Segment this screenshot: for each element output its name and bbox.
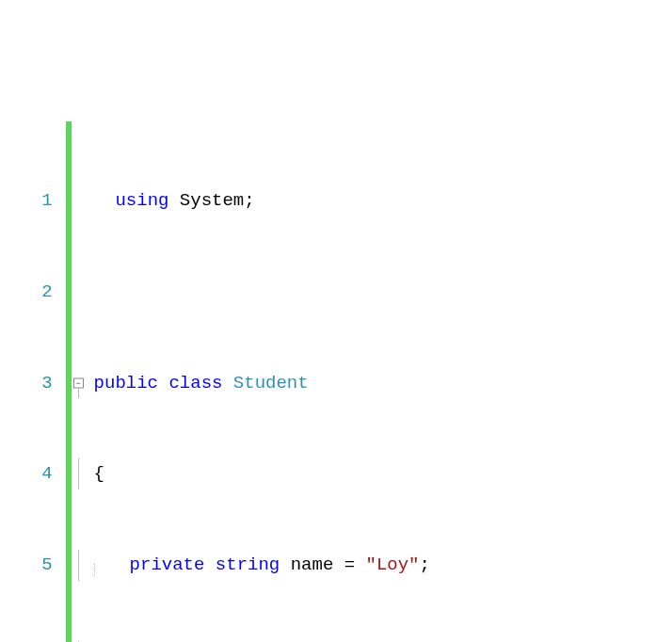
- line-number: 2: [9, 277, 53, 307]
- code-line: public class Student: [92, 368, 531, 398]
- code-editor: 1 2 3 4 5 6 7 8 9 10 11 12 13 14 15 16 1…: [0, 121, 672, 642]
- code-area[interactable]: using System; public class Student { pri…: [88, 121, 531, 642]
- line-number: 3: [9, 368, 53, 398]
- line-number: 1: [9, 185, 53, 216]
- code-line: [92, 277, 531, 307]
- folding-gutter: − − − −: [72, 121, 88, 642]
- fold-toggle-icon[interactable]: −: [73, 377, 84, 388]
- code-line: using System;: [92, 185, 531, 216]
- line-number: 5: [9, 550, 53, 580]
- code-line: private string name = "Loy";: [92, 550, 531, 580]
- line-number-gutter: 1 2 3 4 5 6 7 8 9 10 11 12 13 14 15 16 1…: [0, 121, 66, 642]
- line-number: 4: [9, 458, 53, 489]
- code-line: {: [92, 458, 531, 489]
